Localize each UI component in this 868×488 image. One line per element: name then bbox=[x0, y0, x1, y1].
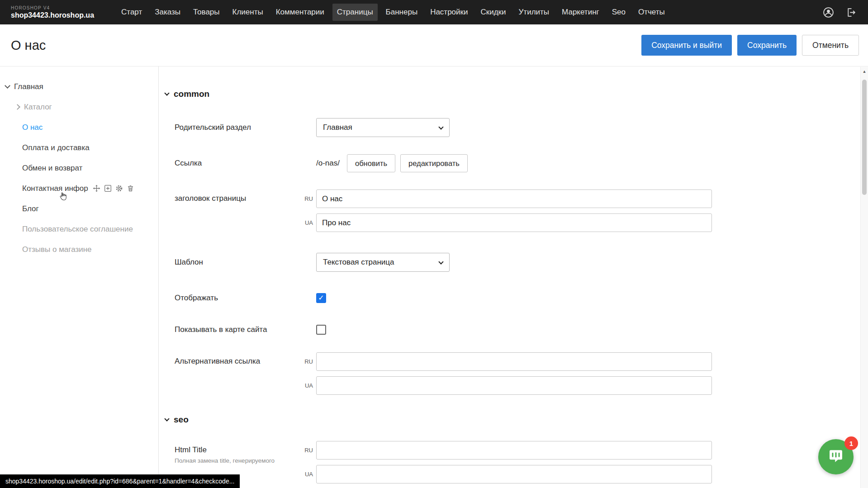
status-url-tooltip: shop34423.horoshop.ua/edit/edit.php?id=6… bbox=[0, 474, 240, 488]
html-title-ru-input[interactable] bbox=[316, 441, 712, 460]
alt-link-ru-input[interactable] bbox=[316, 352, 712, 371]
field-hint: Полная замена title, генерируемого bbox=[175, 457, 316, 464]
nav-item-marketing[interactable]: Маркетинг bbox=[557, 4, 604, 21]
nav-item-banners[interactable]: Баннеры bbox=[381, 4, 422, 21]
logout-icon[interactable] bbox=[844, 6, 857, 19]
sitemap-checkbox[interactable] bbox=[316, 325, 326, 335]
link-edit-button[interactable]: редактировать bbox=[400, 154, 468, 172]
scroll-up-icon[interactable]: ▲ bbox=[861, 67, 868, 74]
template-select[interactable]: Текстовая страница bbox=[316, 253, 450, 272]
nav-item-seo[interactable]: Seo bbox=[607, 4, 630, 21]
field-parent-section: Родительский раздел Главная bbox=[175, 118, 868, 137]
link-update-button[interactable]: обновить bbox=[347, 154, 395, 172]
field-label: Html Title Полная замена title, генериру… bbox=[175, 441, 316, 464]
settings-gear-icon[interactable] bbox=[115, 185, 123, 192]
alt-link-ua-input[interactable] bbox=[316, 376, 712, 395]
section-seo[interactable]: seo bbox=[165, 415, 868, 425]
field-sitemap: Показывать в карте сайта bbox=[175, 321, 868, 339]
sidebar-item-user-agreement[interactable]: Пользовательское соглашение bbox=[0, 219, 158, 239]
tree-item-label: Пользовательское соглашение bbox=[22, 225, 133, 234]
nav-item-clients[interactable]: Клиенты bbox=[228, 4, 268, 21]
cancel-button[interactable]: Отменить bbox=[802, 35, 859, 56]
user-account-icon[interactable] bbox=[822, 6, 835, 19]
lang-label-ua: UA bbox=[299, 219, 313, 226]
display-checkbox[interactable] bbox=[316, 293, 326, 303]
page-header: О нас Сохранить и выйти Сохранить Отмени… bbox=[0, 24, 868, 66]
sidebar-item-contact-info[interactable]: Контактная инфор bbox=[0, 178, 158, 199]
page-title: О нас bbox=[11, 38, 46, 53]
nav-item-start[interactable]: Старт bbox=[117, 4, 147, 21]
nav-item-reports[interactable]: Отчеты bbox=[634, 4, 669, 21]
nav-item-pages[interactable]: Страницы bbox=[332, 4, 378, 21]
lang-label-ua: UA bbox=[299, 471, 313, 478]
nav-item-orders[interactable]: Заказы bbox=[150, 4, 185, 21]
field-label: Родительский раздел bbox=[175, 123, 316, 132]
field-display: Отображать bbox=[175, 289, 868, 307]
chevron-right-icon bbox=[14, 104, 20, 110]
select-value: Текстовая страница bbox=[323, 258, 394, 267]
nav-item-discounts[interactable]: Скидки bbox=[476, 4, 510, 21]
chat-unread-badge: 1 bbox=[844, 436, 858, 450]
brand-domain: shop34423.horoshop.ua bbox=[11, 11, 94, 19]
add-page-icon[interactable] bbox=[104, 185, 112, 192]
topbar: HOROSHOP V4 shop34423.horoshop.ua Старт … bbox=[0, 0, 868, 24]
save-button[interactable]: Сохранить bbox=[737, 35, 797, 56]
nav-item-utilities[interactable]: Утилиты bbox=[514, 4, 554, 21]
tree-item-label: Контактная инфор bbox=[22, 184, 88, 193]
tree-item-label: Обмен и возврат bbox=[22, 164, 82, 173]
tree-item-label: Отзывы о магазине bbox=[22, 245, 92, 254]
lang-label-ru: RU bbox=[299, 195, 313, 202]
section-common[interactable]: common bbox=[165, 89, 868, 99]
page-title-ua-input[interactable] bbox=[316, 213, 712, 232]
nav-item-settings[interactable]: Настройки bbox=[426, 4, 472, 21]
field-alt-link: Альтернативная ссылка RU UA bbox=[175, 352, 868, 395]
field-html-title: Html Title Полная замена title, генериру… bbox=[175, 441, 868, 483]
tree-item-label: Оплата и доставка bbox=[22, 143, 90, 152]
move-icon[interactable] bbox=[93, 185, 100, 192]
parent-section-select[interactable]: Главная bbox=[316, 118, 450, 137]
nav-item-comments[interactable]: Комментарии bbox=[271, 4, 329, 21]
chevron-down-icon bbox=[438, 259, 443, 264]
sidebar-item-blog[interactable]: Блог bbox=[0, 199, 158, 219]
field-page-title: заголовок страницы RU UA bbox=[175, 190, 868, 232]
tree-item-label: Каталог bbox=[24, 103, 52, 112]
html-title-ua-input[interactable] bbox=[316, 465, 712, 483]
brand-logo[interactable]: HOROSHOP V4 shop34423.horoshop.ua bbox=[11, 5, 94, 19]
page-edit-form: common Родительский раздел Главная Ссылк… bbox=[159, 66, 868, 488]
brand-version: HOROSHOP V4 bbox=[11, 5, 94, 11]
field-label: Отображать bbox=[175, 294, 316, 303]
chat-widget-button[interactable]: 1 bbox=[818, 439, 854, 474]
lang-label-ru: RU bbox=[299, 358, 313, 365]
chevron-down-icon bbox=[5, 83, 10, 89]
nav-item-products[interactable]: Товары bbox=[189, 4, 224, 21]
sidebar-item-catalog[interactable]: Каталог bbox=[0, 97, 158, 117]
sidebar-item-home[interactable]: Главная bbox=[0, 76, 158, 97]
sidebar-item-about[interactable]: О нас bbox=[0, 117, 158, 137]
sidebar-item-exchange-return[interactable]: Обмен и возврат bbox=[0, 158, 158, 178]
sidebar-item-store-reviews[interactable]: Отзывы о магазине bbox=[0, 239, 158, 260]
delete-trash-icon[interactable] bbox=[127, 185, 134, 192]
select-value: Главная bbox=[323, 123, 352, 132]
link-path-value: /o-nas/ bbox=[316, 159, 340, 168]
chat-icon bbox=[828, 448, 844, 466]
field-label: Альтернативная ссылка bbox=[175, 352, 316, 366]
chevron-down-icon bbox=[438, 124, 443, 129]
tree-item-label: Блог bbox=[22, 204, 39, 213]
scrollbar-thumb[interactable] bbox=[862, 80, 867, 195]
field-link: Ссылка /o-nas/ обновить редактировать bbox=[175, 154, 868, 172]
field-label: Показывать в карте сайта bbox=[175, 325, 316, 334]
tree-item-label: Главная bbox=[14, 82, 43, 91]
field-template: Шаблон Текстовая страница bbox=[175, 253, 868, 272]
sidebar-item-payment-delivery[interactable]: Оплата и доставка bbox=[0, 137, 158, 158]
page-title-ru-input[interactable] bbox=[316, 190, 712, 208]
chevron-down-icon bbox=[164, 90, 169, 95]
lang-label-ru: RU bbox=[299, 447, 313, 454]
field-label: Шаблон bbox=[175, 258, 316, 267]
tree-item-actions bbox=[93, 185, 134, 192]
field-label: заголовок страницы bbox=[175, 190, 316, 203]
save-and-exit-button[interactable]: Сохранить и выйти bbox=[641, 35, 732, 56]
field-label: Ссылка bbox=[175, 159, 316, 168]
top-navigation: Старт Заказы Товары Клиенты Комментарии … bbox=[117, 4, 669, 21]
chevron-down-icon bbox=[164, 416, 169, 421]
vertical-scrollbar[interactable]: ▲ bbox=[860, 67, 868, 488]
